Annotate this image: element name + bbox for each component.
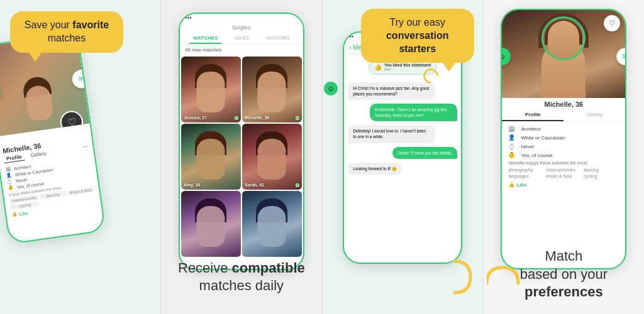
phone-1: ♡ ☺ ✉ Michelle, 36 Profile Gallery ••• [0,32,106,244]
kids-icon-4: 👶 [508,152,517,158]
avatar-circle-4 [541,16,586,60]
online-jessica [235,116,238,120]
status-bar-2: ●●● [180,14,303,21]
tab-profile-4[interactable]: Profile [502,109,564,121]
msg-1: Hi Chris! I'm a massive jazz fan. Any go… [348,82,435,100]
match-card-p6[interactable] [242,191,302,257]
msg-5: Looking forward to it! 😊 [348,163,402,175]
smiley-avatar-3: ☺ [324,82,338,95]
match-card-jessica[interactable]: Jessica, 37 [181,57,241,122]
liked-text: You liked this statement [384,63,431,67]
detail-marital-4: 💍 Never [508,143,619,149]
profile-tabs-4: Profile Gallery [502,109,625,122]
marital-icon-1: 💍 [7,178,14,184]
phone-wrap-4: ♡ ☺ ✉ Michelle, 36 Profile Gallery � [501,9,626,269]
thumb-icon-liked: 👍 [374,63,382,70]
like-label-4: Like [516,182,526,188]
name-amy: Amy, 34 [184,183,200,187]
marital-icon-4: 💍 [508,143,517,149]
act-cycling-4: cycling [584,174,619,178]
tab-visitors[interactable]: VISITORS [262,33,293,44]
online-sarah [296,183,299,187]
face-p6 [258,206,286,247]
smile-button-4[interactable]: ☺ [501,48,511,65]
bubble-3-text: Try our easyconversation starters [372,16,463,55]
job-icon-1: 🏢 [5,166,12,172]
bubble-1: Save your favorite matches [10,11,123,53]
avatar-face [548,21,579,58]
activity-drinks-1: drinks & food [67,187,94,196]
matches-count: 46 new matches [180,45,303,55]
act-drinks-4: drinks & food [546,174,582,178]
favorite-button-4[interactable]: ♡ [604,15,620,31]
liked-subtext: jazz [384,67,431,71]
face-michelle [258,72,286,112]
enjoys-title-4: Michelle enjoys these activities the mos… [508,161,619,165]
ethnicity-text-4: White or Caucasian [521,135,565,141]
online-michelle [296,116,299,120]
tab-profile-1[interactable]: Profile [3,153,25,163]
phone-wrap-2: ●●● Singles MATCHES LIKES VISITORS 46 ne… [179,13,304,270]
photo-jessica [181,57,241,122]
activity-dancing-1: dancing [39,191,66,200]
thumb-icon-4: 👍 [508,182,514,188]
singles-title: Singles [185,24,298,31]
photo-sarah [242,124,302,190]
job-text-4: Architect [521,126,540,132]
act-photo-4: photography [508,168,544,172]
detail-architect-4: 🏢 Architect [508,126,619,132]
match-card-p5[interactable] [181,191,241,257]
message-button-4[interactable]: ✉ [616,48,626,65]
marital-text-1: Never [16,177,28,183]
photo-amy [181,124,241,190]
ethnicity-icon-1: 👤 [6,173,13,178]
thumb-icon-1: 👍 [11,212,18,217]
tab-matches[interactable]: MATCHES [189,33,221,44]
like-button-4[interactable]: 👍 Like [508,182,619,188]
detail-kids-4: 👶 Yes, of course [508,152,619,158]
matches-header: Singles MATCHES LIKES VISITORS [180,21,303,45]
message-icon-right[interactable]: ✉ [70,68,89,89]
panel-2-matches: ●●● Singles MATCHES LIKES VISITORS 46 ne… [160,0,321,314]
speech-bubble-3: Try our easyconversation starters [361,9,474,63]
smile-icon-left[interactable]: ☺ [0,80,2,102]
phone-frame-4: ♡ ☺ ✉ Michelle, 36 Profile Gallery � [501,9,626,269]
marital-text-4: Never [521,144,534,149]
signal-3: ●● [349,35,353,39]
ethnicity-icon-4: 👤 [508,134,517,141]
like-label-1: Like [19,210,28,216]
profile-name-4: Michelle, 36 [502,98,625,109]
msg-3: Definitely! I would love to. I haven't b… [348,125,435,143]
phone-frame-2: ●●● Singles MATCHES LIKES VISITORS 46 ne… [179,13,304,270]
tab-likes[interactable]: LIKES [231,33,253,44]
photo-p5 [181,191,241,257]
liked-content: You liked this statement jazz [384,63,431,71]
profile-info-1: Michelle, 36 Profile Gallery ••• 🏢 Archi… [0,124,104,243]
tab-gallery-1[interactable]: Gallery [28,149,50,160]
kids-text-4: Yes, of course [521,153,552,158]
photo-michelle [242,57,302,122]
yellow-decoration-4 [487,264,525,305]
profile-details-4: 🏢 Architect 👤 White or Caucasian 💍 Never… [502,122,625,192]
match-card-amy[interactable]: Amy, 34 [181,124,241,190]
yellow-decoration-3 [433,255,477,301]
signal-2: ●●● [185,16,192,19]
job-icon-4: 🏢 [508,126,517,132]
tab-gallery-4[interactable]: Gallery [564,109,625,121]
panel-2-bottom-text: Receive compatiblematches daily [178,259,305,295]
speech-bubble-1: Save your favorite matches [10,11,123,53]
phone-screen-1: ♡ ☺ ✉ Michelle, 36 Profile Gallery ••• [0,33,104,243]
phone-frame-1: ♡ ☺ ✉ Michelle, 36 Profile Gallery ••• [0,32,106,244]
panel-1-save-favorites: Save your favorite matches ♡ ☺ ✉ Mich [0,0,160,314]
match-card-sarah[interactable]: Sarah, 41 [242,124,302,190]
chat-body-3: 👍 You liked this statement jazz Hi Chris… [344,55,461,178]
act-dancing-4: dancing [584,168,619,172]
name-jessica: Jessica, 37 [184,116,207,120]
msg-2: Hi Michelle. There's an amazing gig this… [370,104,457,121]
profile-photo-4: ♡ ☺ ✉ [502,10,625,98]
name-michelle: Michelle, 36 [245,116,269,120]
act-cinema-4: cinema/movies [546,168,582,172]
speech-bubble-3-wrap: Try our easyconversation starters [361,9,474,63]
panel-3-conversation: Try our easyconversation starters ☺ ●● 1… [322,0,483,314]
match-card-michelle[interactable]: Michelle, 36 [242,57,302,122]
